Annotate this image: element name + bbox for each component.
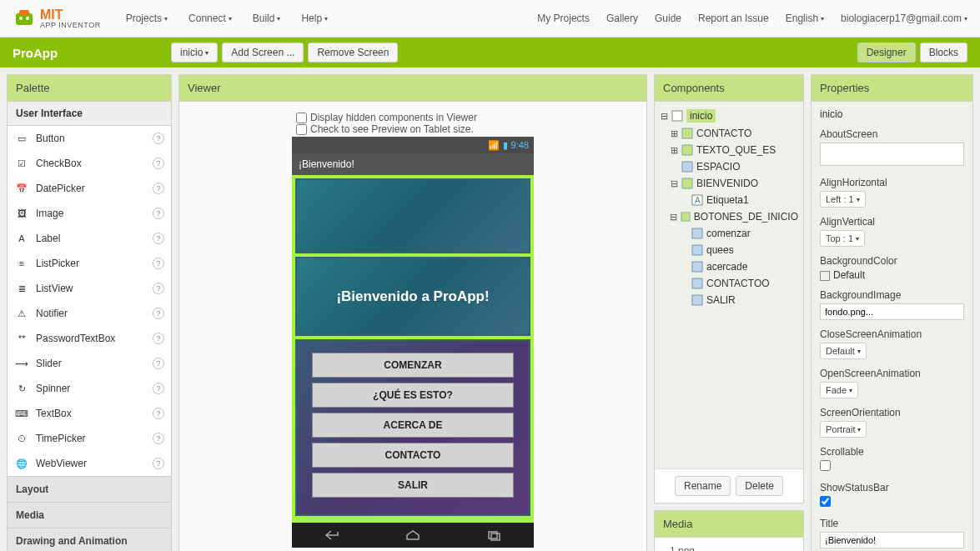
prop-title-label: Title bbox=[820, 518, 964, 529]
prop-bgimage-input[interactable] bbox=[820, 303, 964, 320]
language-select[interactable]: English▾ bbox=[786, 13, 824, 24]
help-icon[interactable]: ? bbox=[153, 358, 164, 369]
logo[interactable]: MIT APP INVENTOR bbox=[13, 7, 101, 30]
menu-projects[interactable]: Projects▾ bbox=[126, 13, 168, 24]
tree-contactoo[interactable]: CONTACTOO bbox=[691, 275, 798, 292]
palette-item-spinner[interactable]: ↻Spinner? bbox=[8, 376, 171, 401]
help-icon[interactable]: ? bbox=[153, 258, 164, 269]
tree-bienvenido[interactable]: ⊟BIENVENIDO bbox=[670, 175, 798, 192]
prop-alignv-select[interactable]: Top : 1 ▾ bbox=[820, 230, 865, 247]
collapse-icon[interactable]: ⊟ bbox=[670, 178, 678, 189]
tree-root[interactable]: ⊟inicio bbox=[660, 107, 798, 125]
palette-item-label[interactable]: ALabel? bbox=[8, 226, 171, 251]
screen-canvas[interactable]: ¡Bienvenido a ProApp! COMENZAR¿QUÉ ES ES… bbox=[292, 175, 534, 523]
prop-bgcolor-value[interactable]: Default bbox=[820, 269, 964, 281]
link-gallery[interactable]: Gallery bbox=[606, 13, 638, 24]
preview-button[interactable]: COMENZAR bbox=[312, 353, 514, 378]
tree-etiqueta1[interactable]: AEtiqueta1 bbox=[691, 192, 798, 208]
blocks-tab[interactable]: Blocks bbox=[920, 43, 967, 63]
help-icon[interactable]: ? bbox=[153, 233, 164, 244]
preview-button[interactable]: ACERCA DE bbox=[312, 413, 514, 438]
help-icon[interactable]: ? bbox=[153, 408, 164, 419]
svg-rect-18 bbox=[692, 295, 702, 305]
designer-tab[interactable]: Designer bbox=[857, 43, 916, 63]
tree-quees[interactable]: quees bbox=[691, 242, 798, 258]
remove-screen-button[interactable]: Remove Screen bbox=[308, 43, 398, 63]
palette-category-drawing-and-animation[interactable]: Drawing and Animation bbox=[8, 528, 171, 551]
palette-category-layout[interactable]: Layout bbox=[8, 476, 171, 502]
expand-icon[interactable]: ⊞ bbox=[670, 145, 678, 156]
tree-contacto[interactable]: ⊞CONTACTO bbox=[670, 125, 798, 142]
hidden-components-checkbox[interactable] bbox=[296, 113, 307, 123]
palette-item-image[interactable]: 🖼Image? bbox=[8, 201, 171, 226]
palette-item-passwordtextbox[interactable]: **PasswordTextBox? bbox=[8, 326, 171, 351]
collapse-icon[interactable]: ⊟ bbox=[660, 111, 668, 122]
palette-item-textbox[interactable]: ⌨TextBox? bbox=[8, 401, 171, 426]
prop-statusbar-checkbox[interactable] bbox=[820, 496, 831, 507]
svg-point-2 bbox=[26, 17, 29, 20]
rename-button[interactable]: Rename bbox=[675, 476, 731, 496]
help-icon[interactable]: ? bbox=[153, 183, 164, 194]
media-item[interactable]: 1.png bbox=[670, 543, 788, 551]
help-icon[interactable]: ? bbox=[153, 283, 164, 294]
tree-espacio[interactable]: ESPACIO bbox=[670, 158, 798, 175]
help-icon[interactable]: ? bbox=[153, 308, 164, 319]
components-panel: Components ⊟inicio ⊞CONTACTO ⊞TEXTO_QUE_… bbox=[654, 74, 804, 503]
layout-bienvenido[interactable]: ¡Bienvenido a ProApp! bbox=[295, 257, 530, 336]
help-icon[interactable]: ? bbox=[153, 333, 164, 344]
link-report-issue[interactable]: Report an Issue bbox=[698, 13, 769, 24]
menu-help[interactable]: Help▾ bbox=[301, 13, 328, 24]
palette-item-slider[interactable]: ⟿Slider? bbox=[8, 351, 171, 376]
tree-comenzar[interactable]: comenzar bbox=[691, 225, 798, 242]
layout-botones[interactable]: COMENZAR¿QUÉ ES ESTO?ACERCA DECONTACTOSA… bbox=[295, 339, 530, 516]
tablet-preview-checkbox[interactable] bbox=[296, 124, 307, 135]
help-icon[interactable]: ? bbox=[153, 208, 164, 219]
tree-texto-que-es[interactable]: ⊞TEXTO_QUE_ES bbox=[670, 142, 798, 158]
tree-salir[interactable]: SALIR bbox=[691, 292, 798, 308]
prop-about-input[interactable] bbox=[820, 143, 964, 166]
layout-contacto[interactable] bbox=[295, 178, 530, 253]
palette-category-media[interactable]: Media bbox=[8, 502, 171, 528]
collapse-icon[interactable]: ⊟ bbox=[670, 212, 677, 223]
svg-rect-15 bbox=[692, 245, 702, 255]
palette-item-checkbox[interactable]: ☑CheckBox? bbox=[8, 151, 171, 176]
palette-item-webviewer[interactable]: 🌐WebViewer? bbox=[8, 451, 171, 476]
button-icon bbox=[691, 294, 703, 306]
preview-button[interactable]: ¿QUÉ ES ESTO? bbox=[312, 383, 514, 408]
palette-item-notifier[interactable]: ⚠Notifier? bbox=[8, 301, 171, 326]
preview-button[interactable]: CONTACTO bbox=[312, 443, 514, 468]
button-icon bbox=[691, 278, 703, 289]
tree-acercade[interactable]: acercade bbox=[691, 258, 798, 275]
help-icon[interactable]: ? bbox=[153, 133, 164, 144]
palette-item-listview[interactable]: ≣ListView? bbox=[8, 276, 171, 301]
prop-orient-select[interactable]: Portrait ▾ bbox=[820, 421, 867, 438]
palette-item-button[interactable]: ▭Button? bbox=[8, 126, 171, 151]
palette-item-listpicker[interactable]: ≡ListPicker? bbox=[8, 251, 171, 276]
expand-icon[interactable]: ⊞ bbox=[670, 128, 678, 139]
palette-item-timepicker[interactable]: ⏲TimePicker? bbox=[8, 426, 171, 451]
palette-item-datepicker[interactable]: 📅DatePicker? bbox=[8, 176, 171, 201]
help-icon[interactable]: ? bbox=[153, 458, 164, 469]
prop-title-input[interactable] bbox=[820, 532, 964, 548]
screen-select[interactable]: inicio▾ bbox=[171, 43, 218, 63]
palette-category-user-interface[interactable]: User Interface bbox=[8, 102, 171, 126]
prop-openanim-select[interactable]: Fade ▾ bbox=[820, 382, 858, 398]
link-guide[interactable]: Guide bbox=[655, 13, 681, 24]
preview-button[interactable]: SALIR bbox=[312, 473, 514, 498]
svg-rect-4 bbox=[489, 532, 497, 538]
help-icon[interactable]: ? bbox=[153, 433, 164, 444]
prop-alignh-select[interactable]: Left : 1 ▾ bbox=[820, 191, 866, 208]
delete-button[interactable]: Delete bbox=[736, 476, 783, 496]
tree-botones-inicio[interactable]: ⊟BOTONES_DE_INICIO bbox=[670, 208, 798, 225]
help-icon[interactable]: ? bbox=[153, 383, 164, 394]
prop-scrollable-checkbox[interactable] bbox=[820, 460, 831, 471]
account-email[interactable]: biologiacerp17@gmail.com▾ bbox=[841, 13, 967, 24]
prop-closeanim-select[interactable]: Default ▾ bbox=[820, 343, 867, 359]
logo-text-sub: APP INVENTOR bbox=[40, 22, 101, 29]
prop-statusbar-label: ShowStatusBar bbox=[820, 482, 964, 493]
menu-connect[interactable]: Connect▾ bbox=[188, 13, 232, 24]
link-my-projects[interactable]: My Projects bbox=[537, 13, 590, 24]
add-screen-button[interactable]: Add Screen ... bbox=[222, 43, 304, 63]
help-icon[interactable]: ? bbox=[153, 158, 164, 169]
menu-build[interactable]: Build▾ bbox=[253, 13, 281, 24]
